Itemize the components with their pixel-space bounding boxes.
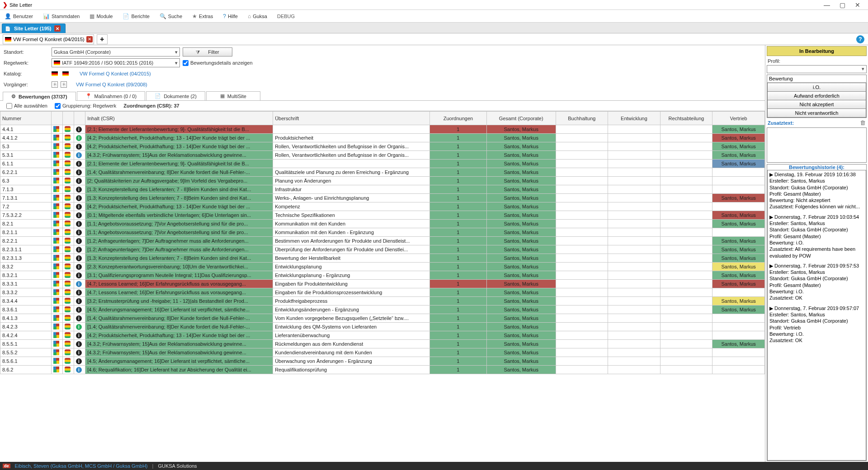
info-icon[interactable]: i [74,211,85,220]
tab-dokumente[interactable]: 📄Dokumente (2) [146,91,205,100]
table-row[interactable]: 8.2.3.1.3i[1.3; Konzepterstellung des Li… [0,254,765,263]
export-word-icon[interactable]: ⎘ [61,81,67,88]
info-icon[interactable]: i [74,288,85,297]
grid-icon[interactable] [51,340,62,348]
traffic-icon[interactable] [62,202,74,211]
table-row[interactable]: 4.4.1.2i[4.2; Produktsicherheit, Produkt… [0,134,765,142]
table-row[interactable]: 8.5.5.2i[4.3.2; Frühwarnsystem; 15]Aus d… [0,348,765,357]
menu-extras[interactable]: ★Extras [189,12,216,20]
standort-combo[interactable]: Guksa GmbH (Corporate) [52,47,180,56]
info-icon[interactable]: i [74,297,85,306]
traffic-icon[interactable] [62,366,74,374]
table-row[interactable]: 8.6.2i[4.6; Requalifikation; 16]Der Lief… [0,366,765,374]
profil-combo[interactable] [767,65,867,73]
table-row[interactable]: 8.3.6.1i[4.5; Änderungsmanagement; 16]De… [0,306,765,314]
info-icon[interactable]: i [74,245,85,254]
traffic-icon[interactable] [62,237,74,245]
menu-suche[interactable]: 🔍Suche [157,12,185,20]
col-zuordnungen[interactable]: Zuordnungen [429,112,486,125]
traffic-icon[interactable] [62,323,74,331]
details-checkbox[interactable]: Bewertungsdetails anzeigen [183,60,253,66]
col-entwicklung[interactable]: Entwicklung [608,112,660,125]
col-nummer[interactable]: Nummer [0,112,52,125]
traffic-icon[interactable] [62,168,74,177]
traffic-icon[interactable] [62,297,74,306]
grid-icon[interactable] [51,185,62,194]
info-icon[interactable]: i [74,306,85,314]
info-icon[interactable]: i [74,237,85,245]
info-icon[interactable]: i [74,366,85,374]
info-icon[interactable]: i [74,220,85,228]
table-row[interactable]: 8.3.4.4i[3.2; Erstmusterprüfung und -fre… [0,297,765,306]
info-icon[interactable]: i [74,134,85,142]
table-row[interactable]: 8.4.1.3i[1.4; Qualitätsrahmenvereinbarun… [0,314,765,323]
col-gesamt[interactable]: Gesamt (Corporate) [486,112,556,125]
col-rechtsabteilung[interactable]: Rechtsabteilung [660,112,712,125]
grid-icon[interactable] [51,306,62,314]
traffic-icon[interactable] [62,314,74,323]
traffic-icon[interactable] [62,280,74,288]
grid-icon[interactable] [51,263,62,271]
traffic-icon[interactable] [62,177,74,185]
traffic-icon[interactable] [62,357,74,366]
table-row[interactable]: 8.4.2.3i[1.4; Qualitätsrahmenvereinbarun… [0,323,765,331]
maximize-button[interactable]: ▢ [835,1,850,9]
traffic-icon[interactable] [62,185,74,194]
grid-icon[interactable] [51,177,62,185]
menu-module[interactable]: ▦Module [87,12,115,20]
catalog-tab-close[interactable]: ✕ [86,36,93,42]
info-icon[interactable]: i [74,314,85,323]
traffic-icon[interactable] [62,160,74,168]
grid-icon[interactable] [51,254,62,263]
menu-guksa[interactable]: ⌂Guksa [245,12,270,20]
table-row[interactable]: 8.2.2.1i[1.2; Anfrageunterlagen; 7]Der A… [0,237,765,245]
table-row[interactable]: 7.2i[4.2; Produktsicherheit, Produkthaft… [0,202,765,211]
export-pdf-icon[interactable]: ⎘ [52,81,58,88]
menu-debug[interactable]: DEBUG [274,13,297,20]
info-icon[interactable]: i [74,357,85,366]
info-icon[interactable]: i [74,254,85,263]
table-row[interactable]: 7.1.3.1i[1.3; Konzepterstellung des Lief… [0,194,765,202]
info-icon[interactable]: i [74,340,85,348]
info-icon[interactable]: i [74,160,85,168]
grid-icon[interactable] [51,366,62,374]
table-row[interactable]: 8.2.1.1i[1.1; Angebotsvoraussetzung; 7]V… [0,228,765,237]
table-row[interactable]: 5.3.1i[4.3.2; Frühwarnsystem; 15]Aus der… [0,151,765,160]
traffic-icon[interactable] [62,142,74,151]
help-icon[interactable]: ? [856,35,864,43]
info-icon[interactable]: i [74,331,85,340]
minimize-button[interactable]: — [819,1,835,9]
vorgaenger-link[interactable]: VW Formel Q Konkret (09/2008) [76,82,147,87]
zusatztext-input[interactable] [767,127,867,163]
info-icon[interactable]: i [74,194,85,202]
grid-icon[interactable] [51,142,62,151]
grid-icon[interactable] [51,125,62,134]
info-icon[interactable]: i [74,271,85,280]
table-row[interactable]: 7.5.3.2.2i[0.1; Mitgeltende ebenfalls ve… [0,211,765,220]
traffic-icon[interactable] [62,288,74,297]
table-row[interactable]: 6.2.2.1i[1.4; Qualitätsrahmenvereinbarun… [0,168,765,177]
info-icon[interactable]: i [74,151,85,160]
history-title[interactable]: Bewertungshistorie (4): [767,164,866,170]
traffic-icon[interactable] [62,125,74,134]
tab-multisite[interactable]: ▦MultiSite [206,91,260,100]
traffic-icon[interactable] [62,228,74,237]
grid-icon[interactable] [51,348,62,357]
rating-btn-i-o-[interactable]: i.O. [767,83,866,92]
rating-btn-nicht-verantwortlich[interactable]: Nicht verantwortlich [767,109,866,118]
info-icon[interactable]: i [74,168,85,177]
col-ueberschrift[interactable]: Überschrift [273,112,430,125]
table-row[interactable]: 8.3.3.1i[4.7; Lessons Learned; 16]Der Er… [0,280,765,288]
grid-icon[interactable] [51,323,62,331]
grid-icon[interactable] [51,168,62,177]
grid-icon[interactable] [51,237,62,245]
table-row[interactable]: 8.3.3.2i[4.7; Lessons Learned; 16]Der Er… [0,288,765,297]
col-buchhaltung[interactable]: Buchhaltung [556,112,608,125]
rating-btn-nicht-akzeptiert[interactable]: Nicht akzeptiert [767,100,866,109]
grid-icon[interactable] [51,331,62,340]
traffic-icon[interactable] [62,331,74,340]
doc-tab-close[interactable]: ✕ [54,25,61,32]
traffic-icon[interactable] [62,271,74,280]
info-icon[interactable]: i [74,280,85,288]
menu-berichte[interactable]: 📄Berichte [120,12,152,20]
